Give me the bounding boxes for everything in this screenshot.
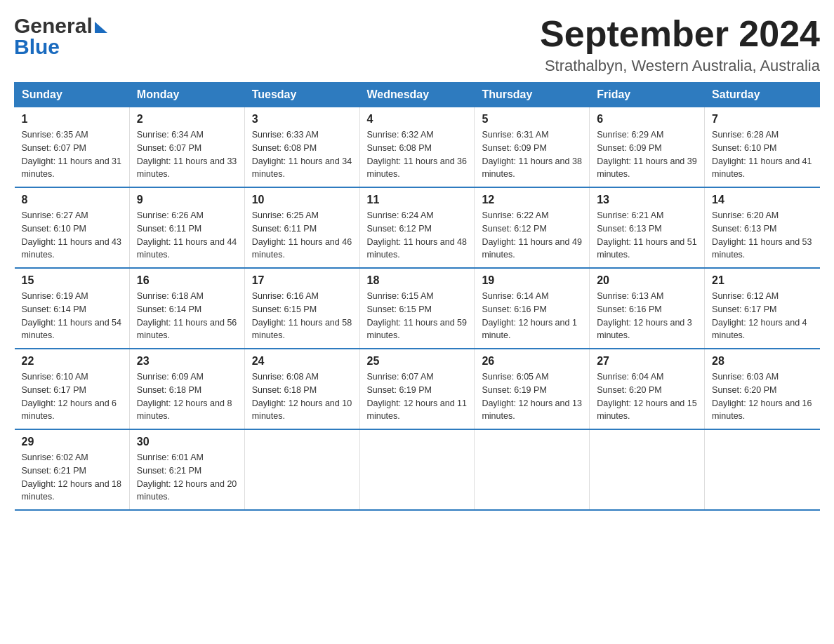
day-info: Sunrise: 6:01 AMSunset: 6:21 PMDaylight:… [137,451,237,504]
day-number: 8 [22,194,122,206]
day-number: 7 [712,113,812,126]
day-number: 2 [137,113,237,126]
calendar-empty-cell [475,429,590,510]
logo-general-text: General [14,14,93,38]
day-number: 18 [367,274,468,287]
calendar-day-29: 29 Sunrise: 6:02 AMSunset: 6:21 PMDaylig… [15,429,130,510]
day-number: 12 [482,194,582,206]
day-info: Sunrise: 6:27 AMSunset: 6:10 PMDaylight:… [22,209,122,262]
calendar-empty-cell [590,429,705,510]
calendar-header-row: SundayMondayTuesdayWednesdayThursdayFrid… [15,83,820,107]
day-info: Sunrise: 6:16 AMSunset: 6:15 PMDaylight:… [252,290,352,342]
weekday-header-thursday: Thursday [475,83,590,107]
day-info: Sunrise: 6:02 AMSunset: 6:21 PMDaylight:… [22,451,122,504]
calendar-day-23: 23 Sunrise: 6:09 AMSunset: 6:18 PMDaylig… [129,349,244,429]
day-info: Sunrise: 6:04 AMSunset: 6:20 PMDaylight:… [597,370,697,423]
calendar-table: SundayMondayTuesdayWednesdayThursdayFrid… [14,82,820,511]
calendar-day-30: 30 Sunrise: 6:01 AMSunset: 6:21 PMDaylig… [129,429,244,510]
calendar-empty-cell [705,429,820,510]
day-info: Sunrise: 6:13 AMSunset: 6:16 PMDaylight:… [597,290,697,342]
day-number: 25 [367,355,468,368]
day-number: 23 [137,355,237,368]
calendar-subtitle: Strathalbyn, Western Australia, Australi… [540,57,820,75]
day-info: Sunrise: 6:12 AMSunset: 6:17 PMDaylight:… [712,290,812,342]
calendar-day-19: 19 Sunrise: 6:14 AMSunset: 6:16 PMDaylig… [475,268,590,349]
weekday-header-monday: Monday [129,83,244,107]
day-info: Sunrise: 6:09 AMSunset: 6:18 PMDaylight:… [137,370,237,423]
day-number: 10 [252,194,352,206]
day-number: 28 [712,355,812,368]
weekday-header-tuesday: Tuesday [244,83,359,107]
day-info: Sunrise: 6:15 AMSunset: 6:15 PMDaylight:… [367,290,468,342]
day-info: Sunrise: 6:10 AMSunset: 6:17 PMDaylight:… [22,370,122,423]
calendar-day-1: 1 Sunrise: 6:35 AMSunset: 6:07 PMDayligh… [15,107,130,188]
calendar-day-28: 28 Sunrise: 6:03 AMSunset: 6:20 PMDaylig… [705,349,820,429]
logo: General Blue [14,14,107,59]
day-number: 3 [252,113,352,126]
day-info: Sunrise: 6:20 AMSunset: 6:13 PMDaylight:… [712,209,812,262]
day-info: Sunrise: 6:26 AMSunset: 6:11 PMDaylight:… [137,209,237,262]
calendar-week-5: 29 Sunrise: 6:02 AMSunset: 6:21 PMDaylig… [15,429,820,510]
calendar-day-16: 16 Sunrise: 6:18 AMSunset: 6:14 PMDaylig… [129,268,244,349]
weekday-header-friday: Friday [590,83,705,107]
day-number: 9 [137,194,237,206]
day-number: 16 [137,274,237,287]
calendar-day-15: 15 Sunrise: 6:19 AMSunset: 6:14 PMDaylig… [15,268,130,349]
day-info: Sunrise: 6:03 AMSunset: 6:20 PMDaylight:… [712,370,812,423]
calendar-day-6: 6 Sunrise: 6:29 AMSunset: 6:09 PMDayligh… [590,107,705,188]
day-number: 27 [597,355,697,368]
day-number: 17 [252,274,352,287]
calendar-day-7: 7 Sunrise: 6:28 AMSunset: 6:10 PMDayligh… [705,107,820,188]
calendar-day-5: 5 Sunrise: 6:31 AMSunset: 6:09 PMDayligh… [475,107,590,188]
calendar-empty-cell [244,429,359,510]
calendar-day-3: 3 Sunrise: 6:33 AMSunset: 6:08 PMDayligh… [244,107,359,188]
calendar-day-11: 11 Sunrise: 6:24 AMSunset: 6:12 PMDaylig… [359,187,475,268]
calendar-day-25: 25 Sunrise: 6:07 AMSunset: 6:19 PMDaylig… [359,349,475,429]
weekday-header-wednesday: Wednesday [359,83,475,107]
day-info: Sunrise: 6:29 AMSunset: 6:09 PMDaylight:… [597,128,697,181]
logo-arrow-icon [95,22,107,33]
day-number: 1 [22,113,122,126]
calendar-day-2: 2 Sunrise: 6:34 AMSunset: 6:07 PMDayligh… [129,107,244,188]
calendar-day-27: 27 Sunrise: 6:04 AMSunset: 6:20 PMDaylig… [590,349,705,429]
calendar-day-22: 22 Sunrise: 6:10 AMSunset: 6:17 PMDaylig… [15,349,130,429]
weekday-header-sunday: Sunday [15,83,130,107]
calendar-day-8: 8 Sunrise: 6:27 AMSunset: 6:10 PMDayligh… [15,187,130,268]
day-info: Sunrise: 6:33 AMSunset: 6:08 PMDaylight:… [252,128,352,181]
day-number: 15 [22,274,122,287]
day-number: 5 [482,113,582,126]
day-number: 22 [22,355,122,368]
logo-blue-text: Blue [14,35,60,59]
calendar-day-17: 17 Sunrise: 6:16 AMSunset: 6:15 PMDaylig… [244,268,359,349]
calendar-day-14: 14 Sunrise: 6:20 AMSunset: 6:13 PMDaylig… [705,187,820,268]
day-info: Sunrise: 6:28 AMSunset: 6:10 PMDaylight:… [712,128,812,181]
day-number: 30 [137,436,237,448]
day-number: 26 [482,355,582,368]
day-number: 11 [367,194,468,206]
day-number: 14 [712,194,812,206]
calendar-day-18: 18 Sunrise: 6:15 AMSunset: 6:15 PMDaylig… [359,268,475,349]
calendar-day-4: 4 Sunrise: 6:32 AMSunset: 6:08 PMDayligh… [359,107,475,188]
calendar-empty-cell [359,429,475,510]
calendar-day-9: 9 Sunrise: 6:26 AMSunset: 6:11 PMDayligh… [129,187,244,268]
calendar-day-20: 20 Sunrise: 6:13 AMSunset: 6:16 PMDaylig… [590,268,705,349]
title-section: September 2024 Strathalbyn, Western Aust… [540,14,820,75]
day-info: Sunrise: 6:35 AMSunset: 6:07 PMDaylight:… [22,128,122,181]
day-info: Sunrise: 6:34 AMSunset: 6:07 PMDaylight:… [137,128,237,181]
day-number: 19 [482,274,582,287]
day-info: Sunrise: 6:08 AMSunset: 6:18 PMDaylight:… [252,370,352,423]
day-info: Sunrise: 6:14 AMSunset: 6:16 PMDaylight:… [482,290,582,342]
day-info: Sunrise: 6:31 AMSunset: 6:09 PMDaylight:… [482,128,582,181]
calendar-week-2: 8 Sunrise: 6:27 AMSunset: 6:10 PMDayligh… [15,187,820,268]
weekday-header-saturday: Saturday [705,83,820,107]
page-header: General Blue September 2024 Strathalbyn,… [14,14,820,75]
day-number: 29 [22,436,122,448]
day-number: 20 [597,274,697,287]
calendar-week-4: 22 Sunrise: 6:10 AMSunset: 6:17 PMDaylig… [15,349,820,429]
day-info: Sunrise: 6:18 AMSunset: 6:14 PMDaylight:… [137,290,237,342]
calendar-day-21: 21 Sunrise: 6:12 AMSunset: 6:17 PMDaylig… [705,268,820,349]
calendar-day-24: 24 Sunrise: 6:08 AMSunset: 6:18 PMDaylig… [244,349,359,429]
day-number: 6 [597,113,697,126]
day-info: Sunrise: 6:32 AMSunset: 6:08 PMDaylight:… [367,128,468,181]
day-info: Sunrise: 6:05 AMSunset: 6:19 PMDaylight:… [482,370,582,423]
